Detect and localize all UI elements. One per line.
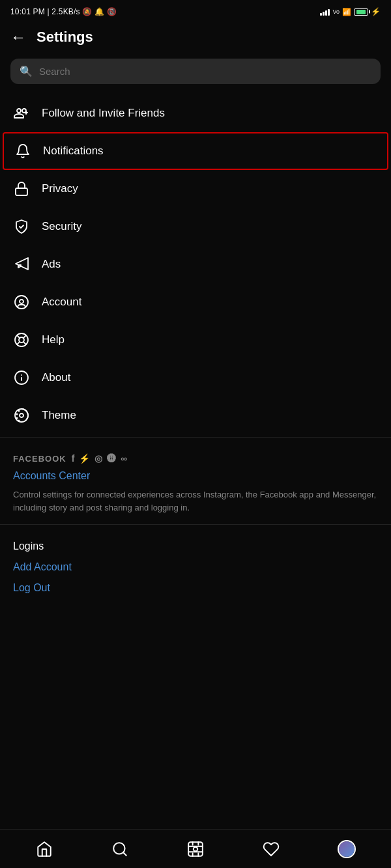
life-ring-icon (13, 331, 30, 348)
status-time-speed: 10:01 PM | 2.5KB/s 🔕 🔔 📵 (10, 7, 117, 16)
svg-line-7 (17, 342, 20, 344)
home-icon (36, 841, 53, 858)
svg-line-5 (23, 342, 26, 344)
svg-line-18 (123, 852, 126, 856)
svg-rect-0 (16, 188, 27, 195)
bottom-nav (0, 829, 391, 868)
nav-heart[interactable] (255, 833, 287, 865)
follow-invite-label: Follow and Invite Friends (42, 107, 165, 120)
search-icon: 🔍 (20, 65, 33, 77)
account-label: Account (42, 296, 81, 309)
svg-point-16 (18, 420, 20, 422)
svg-point-12 (20, 413, 23, 417)
search-container: 🔍 (0, 56, 391, 94)
nav-home[interactable] (28, 833, 61, 865)
meta-icon: ∞ (121, 453, 128, 464)
about-label: About (42, 371, 70, 384)
menu-item-security[interactable]: Security (0, 208, 391, 245)
section-divider (0, 437, 391, 438)
status-icons: Vo 📶 ⚡ (320, 7, 381, 16)
accounts-center-description: Control settings for connected experienc… (13, 488, 378, 514)
svg-point-14 (16, 413, 18, 415)
svg-point-13 (18, 410, 20, 412)
facebook-app-icons: f ⚡ ◎ 🅦 ∞ (72, 453, 128, 464)
status-bar: 10:01 PM | 2.5KB/s 🔕 🔔 📵 Vo 📶 ⚡ (0, 0, 391, 21)
nav-search[interactable] (104, 833, 136, 865)
menu-list: Follow and Invite Friends Notifications … (0, 94, 391, 434)
facebook-section: FACEBOOK f ⚡ ◎ 🅦 ∞ Accounts Center Contr… (0, 440, 391, 522)
help-label: Help (42, 333, 65, 346)
palette-icon (13, 407, 30, 424)
messenger-icon: ⚡ (79, 453, 91, 464)
signal-icon (320, 8, 330, 16)
shield-icon (13, 218, 30, 235)
privacy-label: Privacy (42, 182, 78, 195)
menu-item-about[interactable]: About (0, 359, 391, 397)
logins-section: Logins Add Account Log Out (0, 527, 391, 606)
menu-item-theme[interactable]: Theme (0, 397, 391, 434)
nav-profile[interactable] (330, 833, 363, 865)
notifications-label: Notifications (43, 145, 104, 158)
menu-item-account[interactable]: Account (0, 283, 391, 321)
menu-item-ads[interactable]: Ads (0, 245, 391, 283)
menu-item-help[interactable]: Help (0, 321, 391, 359)
person-circle-icon (13, 294, 30, 311)
info-circle-icon (13, 369, 30, 386)
header: ← Settings (0, 21, 391, 56)
person-add-icon (13, 105, 30, 122)
section-divider-2 (0, 524, 391, 525)
svg-line-6 (23, 335, 26, 338)
wifi-icon: 📶 (342, 8, 351, 16)
search-nav-icon (111, 841, 128, 858)
svg-point-1 (15, 296, 28, 309)
profile-avatar (338, 840, 356, 858)
menu-item-privacy[interactable]: Privacy (0, 170, 391, 208)
svg-point-20 (194, 847, 198, 851)
svg-line-4 (17, 335, 20, 338)
bolt-icon: ⚡ (371, 7, 381, 16)
back-button[interactable]: ← (10, 29, 26, 45)
facebook-section-label: FACEBOOK f ⚡ ◎ 🅦 ∞ (13, 453, 378, 464)
carrier-label: Vo (332, 8, 340, 15)
accounts-center-link[interactable]: Accounts Center (13, 470, 378, 482)
security-label: Security (42, 220, 81, 233)
menu-item-notifications[interactable]: Notifications (3, 132, 388, 170)
search-input[interactable] (39, 66, 371, 77)
whatsapp-icon: 🅦 (107, 453, 117, 464)
instagram-icon: ◎ (94, 453, 103, 464)
add-account-link[interactable]: Add Account (13, 561, 378, 573)
log-out-link[interactable]: Log Out (13, 582, 378, 594)
theme-label: Theme (42, 409, 76, 422)
menu-item-follow-invite[interactable]: Follow and Invite Friends (0, 94, 391, 132)
lock-icon (13, 180, 30, 197)
logins-label: Logins (13, 540, 378, 552)
nav-reels[interactable] (179, 833, 212, 865)
page-title: Settings (36, 29, 93, 46)
megaphone-icon (13, 256, 30, 273)
ads-label: Ads (42, 258, 61, 271)
search-bar[interactable]: 🔍 (10, 59, 381, 84)
fb-icon: f (72, 453, 76, 464)
heart-icon (263, 841, 280, 858)
bell-icon (14, 143, 31, 160)
svg-point-15 (16, 417, 18, 419)
svg-rect-19 (188, 842, 203, 856)
reels-icon (187, 841, 204, 858)
battery-icon (354, 8, 368, 16)
